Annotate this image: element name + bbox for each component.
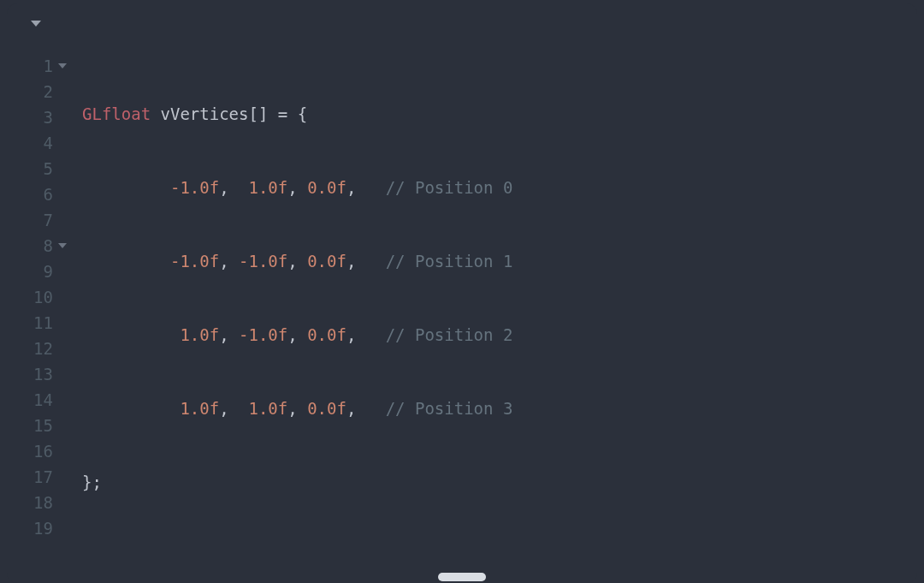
line-number: 12 — [7, 336, 53, 361]
line-number: 7 — [7, 207, 53, 233]
line-number: 4 — [7, 130, 53, 156]
line-number: 16 — [7, 438, 53, 464]
code-line[interactable]: 1.0f, 1.0f, 0.0f, // Position 3 — [82, 396, 787, 421]
fold-icon[interactable] — [58, 63, 67, 68]
line-number: 8 — [7, 233, 53, 259]
code-line[interactable]: 1.0f, -1.0f, 0.0f, // Position 2 — [82, 322, 787, 348]
code-line[interactable]: GLfloat vVertices[] = { — [82, 101, 787, 127]
line-number: 11 — [7, 310, 53, 336]
code-content[interactable]: GLfloat vVertices[] = { -1.0f, 1.0f, 0.0… — [58, 53, 787, 583]
line-number: 9 — [7, 259, 53, 284]
code-area[interactable]: 1 2 3 4 5 6 7 8 9 10 11 12 13 14 15 16 1… — [7, 45, 917, 583]
line-number: 15 — [7, 413, 53, 438]
line-number: 17 — [7, 464, 53, 490]
line-number: 2 — [7, 79, 53, 104]
line-number: 3 — [7, 104, 53, 130]
editor-frame: 1 2 3 4 5 6 7 8 9 10 11 12 13 14 15 16 1… — [0, 0, 924, 583]
chevron-down-icon[interactable] — [31, 21, 41, 27]
line-number: 18 — [7, 490, 53, 515]
line-number: 6 — [7, 181, 53, 207]
code-line[interactable] — [82, 543, 787, 568]
code-line[interactable]: -1.0f, 1.0f, 0.0f, // Position 0 — [82, 175, 787, 200]
horizontal-scroll-handle[interactable] — [438, 573, 486, 581]
line-number-gutter: 1 2 3 4 5 6 7 8 9 10 11 12 13 14 15 16 1… — [7, 53, 58, 583]
fold-icon[interactable] — [58, 243, 67, 248]
line-number: 10 — [7, 284, 53, 310]
code-line[interactable]: -1.0f, -1.0f, 0.0f, // Position 1 — [82, 248, 787, 274]
line-number: 13 — [7, 361, 53, 387]
line-number: 1 — [7, 53, 53, 79]
line-number: 19 — [7, 515, 53, 541]
line-number: 14 — [7, 387, 53, 413]
editor-toolbar — [7, 3, 917, 45]
line-number: 5 — [7, 156, 53, 181]
code-line[interactable]: }; — [82, 469, 787, 495]
code-editor: 1 2 3 4 5 6 7 8 9 10 11 12 13 14 15 16 1… — [7, 3, 917, 583]
